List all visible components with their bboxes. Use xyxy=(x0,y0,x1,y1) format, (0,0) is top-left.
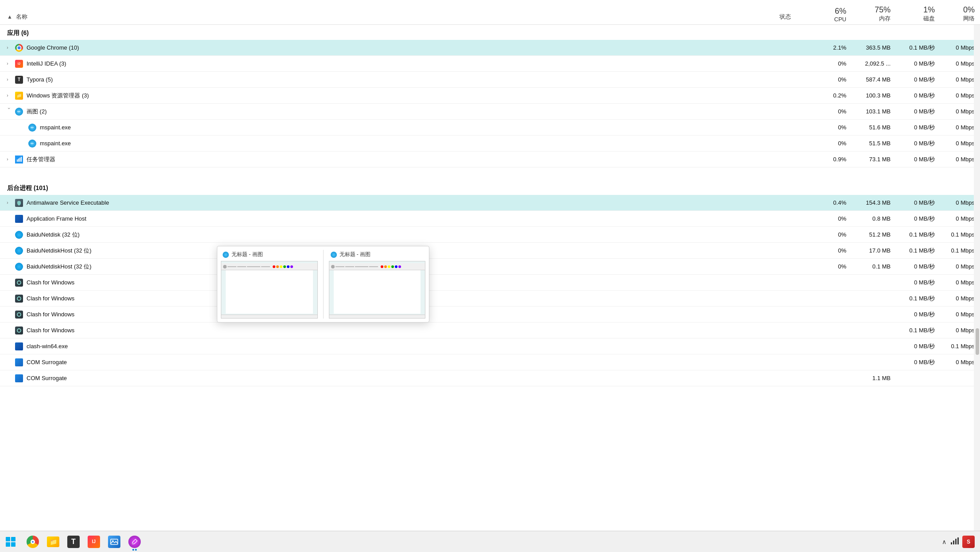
clash-icon xyxy=(15,295,23,303)
taskbar-apps: 📁 T IJ xyxy=(21,532,144,552)
taskbar-explorer[interactable]: 📁 xyxy=(43,532,63,552)
row-disk: 0 MB/秒 xyxy=(896,108,940,116)
table-row[interactable]: › BaiduNetdisk (32 位) 0% 51.2 MB 0.1 MB/… xyxy=(0,227,980,243)
apps-section-header: 应用 (6) xyxy=(0,25,980,40)
table-row[interactable]: › Clash for Windows 0.1 MB/秒 0 Mbps xyxy=(0,323,980,338)
popup-divider xyxy=(323,250,324,319)
paint-canvas-2 xyxy=(329,261,426,319)
explorer-icon: 📁 xyxy=(15,92,23,100)
row-disk: 0 MB/秒 xyxy=(896,263,940,271)
expand-icon[interactable]: › xyxy=(4,155,12,163)
input-method-icon[interactable]: S xyxy=(962,536,975,548)
row-disk: 0 MB/秒 xyxy=(896,76,940,84)
table-row[interactable]: ✏ mspaint.exe 0% 51.6 MB 0 MB/秒 0 Mbps xyxy=(0,120,980,136)
start-button[interactable] xyxy=(0,531,21,552)
paint-icon: ✏ xyxy=(15,108,23,116)
row-cpu: 2.1% xyxy=(812,44,852,51)
paint-thumb-1[interactable]: 无标题 - 画图 xyxy=(221,250,318,319)
table-row[interactable]: ✏ mspaint.exe 0% 51.5 MB 0 MB/秒 0 Mbps xyxy=(0,136,980,152)
table-row[interactable]: › ✏ 画图 (2) 0% 103.1 MB 0 MB/秒 0 Mbps xyxy=(0,104,980,120)
row-cpu: 0.4% xyxy=(812,199,852,206)
expand-icon[interactable]: › xyxy=(4,108,12,116)
paint-preview-popup[interactable]: 无标题 - 画图 xyxy=(217,246,429,323)
com-icon xyxy=(15,358,23,366)
expand-icon[interactable]: › xyxy=(4,92,12,100)
row-name-com1: › COM Surrogate xyxy=(0,358,759,366)
baidu-icon xyxy=(15,263,23,271)
table-row[interactable]: › Google Chrome (10) 2.1% 363.5 MB 0.1 M… xyxy=(0,40,980,56)
row-cpu: 0% xyxy=(812,124,852,131)
col-net-header[interactable]: 0% 网络 xyxy=(940,6,980,23)
table-row[interactable]: › BaiduNetdiskHost (32 位) 0% 17.0 MB 0.1… xyxy=(0,243,980,259)
col-status-header[interactable]: 状态 xyxy=(759,13,812,23)
table-row[interactable]: › Clash for Windows 0.1 MB/秒 0 Mbps xyxy=(0,291,980,307)
table-row[interactable]: › COM Surrogate 0 MB/秒 0 Mbps xyxy=(0,354,980,370)
chrome-icon xyxy=(15,44,23,52)
row-mem: 363.5 MB xyxy=(852,44,896,51)
row-mem: 0.8 MB xyxy=(852,215,896,222)
table-row[interactable]: › Clash for Windows 0 MB/秒 0 Mbps xyxy=(0,275,980,291)
col-disk-header[interactable]: 1% 磁盘 xyxy=(896,6,940,23)
scrollbar-thumb[interactable] xyxy=(976,328,979,355)
table-row[interactable]: › BaiduNetdiskHost (32 位) 0% 0.1 MB 0 MB… xyxy=(0,259,980,275)
row-mem: 51.2 MB xyxy=(852,231,896,238)
row-disk: 0 MB/秒 xyxy=(896,92,940,100)
typora-icon: T xyxy=(15,76,23,84)
appframe-icon xyxy=(15,342,23,350)
row-disk: 0 MB/秒 xyxy=(896,140,940,148)
col-mem-header[interactable]: 75% 内存 xyxy=(852,6,896,23)
table-row[interactable]: › 📁 Windows 资源管理器 (3) 0.2% 100.3 MB 0 MB… xyxy=(0,88,980,104)
row-disk: 0 MB/秒 xyxy=(896,124,940,132)
col-name-header[interactable]: ▲ 名称 xyxy=(0,13,759,23)
network-icon[interactable] xyxy=(950,536,959,547)
popup-header: 无标题 - 画图 xyxy=(221,250,425,319)
row-mem: 17.0 MB xyxy=(852,247,896,254)
row-disk: 0.1 MB/秒 xyxy=(896,247,940,255)
svg-rect-9 xyxy=(955,539,957,544)
row-disk: 0.1 MB/秒 xyxy=(896,44,940,52)
paint-icon: ✏ xyxy=(28,124,36,132)
taskbar-chrome[interactable] xyxy=(23,532,42,552)
row-cpu: 0% xyxy=(812,247,852,254)
table-row[interactable]: › 任务管理器 0.9% 73.1 MB 0 MB/秒 0 Mbps xyxy=(0,152,980,167)
table-row[interactable]: › Clash for Windows 0 MB/秒 0 Mbps xyxy=(0,307,980,323)
row-cpu: 0% xyxy=(812,76,852,83)
expand-icon[interactable]: › xyxy=(4,199,12,207)
row-disk: 0.1 MB/秒 xyxy=(896,327,940,334)
taskbar-right: ∧ S xyxy=(942,536,980,548)
taskbar: 📁 T IJ ∧ xyxy=(0,531,980,552)
expand-icon[interactable]: › xyxy=(4,44,12,52)
col-cpu-header[interactable]: 6% CPU xyxy=(812,7,852,23)
table-row[interactable]: › Application Frame Host 0% 0.8 MB 0 MB/… xyxy=(0,211,980,227)
table-row[interactable]: › clash-win64.exe 0 MB/秒 0.1 Mbps xyxy=(0,338,980,354)
baidu-icon xyxy=(15,231,23,239)
table-row[interactable]: › Antimalware Service Executable 0.4% 15… xyxy=(0,195,980,211)
table-row[interactable]: › T Typora (5) 0% 587.4 MB 0 MB/秒 0 Mbps xyxy=(0,72,980,88)
taskbar-typora[interactable]: T xyxy=(64,532,83,552)
row-disk: 0.1 MB/秒 xyxy=(896,231,940,239)
taskbar-paint[interactable] xyxy=(125,532,144,552)
row-name-intellij: › IJ IntelliJ IDEA (3) xyxy=(0,60,759,68)
row-name-typora: › T Typora (5) xyxy=(0,76,759,84)
svg-rect-2 xyxy=(19,158,20,162)
row-cpu: 0% xyxy=(812,231,852,238)
background-section-header: 后台进程 (101) xyxy=(0,180,980,195)
row-disk: 0 MB/秒 xyxy=(896,215,940,223)
table-header: ▲ 名称 状态 6% CPU 75% 内存 1% 磁盘 0% 网络 xyxy=(0,0,980,25)
row-cpu: 0% xyxy=(812,140,852,147)
row-mem: 2,092.5 ... xyxy=(852,60,896,67)
row-disk: 0.1 MB/秒 xyxy=(896,295,940,303)
table-row[interactable]: › COM Surrogate 1.1 MB xyxy=(0,370,980,386)
table-body: 应用 (6) › Google Chrome (10) 2.1% 363.5 M… xyxy=(0,25,980,532)
row-cpu: 0% xyxy=(812,60,852,67)
expand-icon[interactable]: › xyxy=(4,60,12,68)
expand-icon[interactable]: › xyxy=(4,76,12,84)
table-row[interactable]: › IJ IntelliJ IDEA (3) 0% 2,092.5 ... 0 … xyxy=(0,56,980,72)
scrollbar[interactable] xyxy=(974,25,980,531)
taskbar-imageview[interactable] xyxy=(104,532,124,552)
tray-show-hidden[interactable]: ∧ xyxy=(942,538,946,545)
row-name-clashexe: › clash-win64.exe xyxy=(0,342,759,350)
taskbar-intellij[interactable]: IJ xyxy=(84,532,104,552)
paint-thumb-2[interactable]: 无标题 - 画图 xyxy=(329,250,426,319)
row-name-com2: › COM Surrogate xyxy=(0,374,759,382)
